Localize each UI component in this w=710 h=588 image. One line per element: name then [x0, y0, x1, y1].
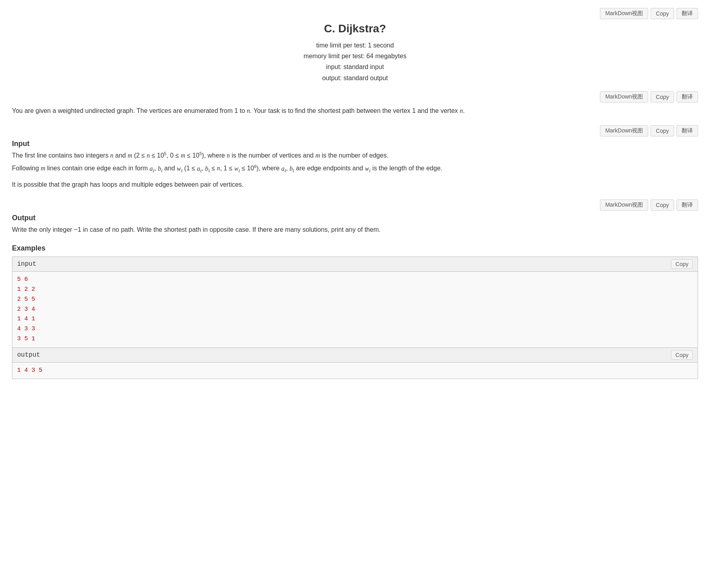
example-input-line-7: 3 5 1	[17, 334, 693, 344]
var-wi3: wi	[365, 165, 371, 172]
var-n2: n	[460, 107, 463, 114]
var-n4: n	[147, 152, 150, 159]
input-toolbar: MarkDown视图 Copy 翻译	[12, 125, 698, 136]
example-input-header: input Copy	[12, 257, 698, 272]
copy-btn-input[interactable]: Copy	[651, 125, 674, 136]
var-bi2: bi	[205, 165, 210, 172]
var-ai: ai	[150, 165, 154, 172]
copy-btn-stmt[interactable]: Copy	[651, 91, 674, 103]
examples-title: Examples	[12, 244, 698, 253]
translate-btn-top[interactable]: 翻译	[676, 8, 698, 19]
example-input-line-3: 2 5 5	[17, 295, 693, 305]
example-input-line-4: 2 3 4	[17, 305, 693, 315]
output-title: Output	[12, 214, 698, 222]
problem-header: C. Dijkstra? time limit per test: 1 seco…	[12, 22, 698, 83]
output-section: Output Write the only integer −1 in case…	[12, 214, 698, 235]
output-toolbar: MarkDown视图 Copy 翻译	[12, 199, 698, 211]
input-type: input: standard input	[12, 61, 698, 72]
sup-5a: 5	[164, 151, 166, 156]
example-input-line-6: 4 3 3	[17, 324, 693, 334]
markdown-view-btn-input[interactable]: MarkDown视图	[600, 125, 648, 136]
example-output-header: output Copy	[12, 348, 698, 363]
examples-section: Examples input Copy 5 6 1 2 2 2 5 5 2 3 …	[12, 244, 698, 379]
sup-6: 6	[254, 164, 256, 169]
top-toolbar: MarkDown视图 Copy 翻译	[12, 8, 698, 19]
var-bi3: bi	[290, 165, 294, 172]
input-text-3: It is possible that the graph has loops …	[12, 180, 698, 190]
var-m3: m	[316, 152, 320, 159]
markdown-view-btn-top[interactable]: MarkDown视图	[600, 8, 648, 19]
var-wi: wi	[177, 165, 182, 172]
var-bi: bi	[158, 165, 163, 172]
var-m4: m	[41, 165, 45, 172]
example-output-block: output Copy 1 4 3 5	[12, 348, 698, 379]
copy-btn-output[interactable]: Copy	[651, 199, 674, 211]
input-section: Input The first line contains two intege…	[12, 140, 698, 189]
example-output-label: output	[17, 351, 40, 359]
input-title: Input	[12, 140, 698, 148]
statement-section: You are given a weighted undirected grap…	[12, 106, 698, 116]
output-text: Write the only integer −1 in case of no …	[12, 225, 698, 235]
markdown-view-btn-output[interactable]: MarkDown视图	[600, 199, 648, 211]
time-limit: time limit per test: 1 second	[12, 40, 698, 51]
example-input-line-1: 5 6	[17, 275, 693, 285]
output-type: output: standard output	[12, 73, 698, 83]
var-ai2: ai	[197, 165, 202, 172]
copy-btn-top[interactable]: Copy	[651, 8, 674, 19]
statement-toolbar: MarkDown视图 Copy 翻译	[12, 91, 698, 103]
statement-text: You are given a weighted undirected grap…	[12, 106, 698, 116]
var-ai3: ai	[281, 165, 286, 172]
copy-btn-example-output[interactable]: Copy	[671, 350, 693, 360]
example-input-line-2: 1 2 2	[17, 285, 693, 295]
translate-btn-output[interactable]: 翻译	[676, 199, 698, 211]
input-text-2: Following m lines contain one edge each …	[12, 163, 698, 175]
example-input-block: input Copy 5 6 1 2 2 2 5 5 2 3 4 1 4 1 4…	[12, 257, 698, 347]
sup-5b: 5	[199, 151, 202, 156]
translate-btn-input[interactable]: 翻译	[676, 125, 698, 136]
example-input-label: input	[17, 260, 36, 268]
var-m: m	[128, 152, 132, 159]
input-text-1: The first line contains two integers n a…	[12, 150, 698, 161]
example-input-content: 5 6 1 2 2 2 5 5 2 3 4 1 4 1 4 3 3 3 5 1	[12, 272, 698, 347]
translate-btn-stmt[interactable]: 翻译	[676, 91, 698, 103]
var-m2: m	[181, 152, 185, 159]
problem-title: C. Dijkstra?	[12, 22, 698, 35]
var-wi2: wi	[234, 165, 240, 172]
markdown-view-btn-stmt[interactable]: MarkDown视图	[600, 91, 648, 103]
example-output-content: 1 4 3 5	[12, 363, 698, 379]
memory-limit: memory limit per test: 64 megabytes	[12, 51, 698, 61]
var-n: n	[247, 107, 250, 114]
var-n6: n	[217, 165, 220, 172]
var-n5: n	[227, 152, 230, 159]
example-output-line-1: 1 4 3 5	[17, 366, 693, 376]
copy-btn-example-input[interactable]: Copy	[671, 259, 693, 269]
problem-meta: time limit per test: 1 second memory lim…	[12, 40, 698, 83]
var-n3: n	[110, 152, 113, 159]
example-input-line-5: 1 4 1	[17, 314, 693, 324]
